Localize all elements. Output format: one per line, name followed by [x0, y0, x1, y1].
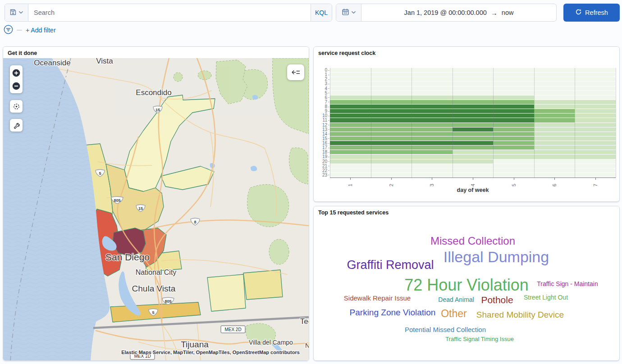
heatmap-cell[interactable]: [330, 141, 371, 145]
heatmap-cell[interactable]: [330, 118, 371, 122]
tag-word[interactable]: Missed Collection: [430, 236, 515, 246]
heatmap-cell[interactable]: [412, 127, 453, 132]
heatmap-cell[interactable]: [453, 73, 494, 77]
heatmap-cell[interactable]: [371, 141, 412, 145]
heatmap-cell[interactable]: [493, 86, 534, 91]
heatmap-cell[interactable]: [412, 132, 453, 136]
heatmap-cell[interactable]: [493, 127, 534, 132]
collapse-legend-button[interactable]: [287, 64, 304, 80]
heatmap-cell[interactable]: [453, 114, 494, 118]
time-start[interactable]: Jan 1, 2019 @ 00:00:00.000: [404, 9, 487, 16]
heatmap-cell[interactable]: [371, 77, 412, 81]
tag-word[interactable]: Sidewalk Repair Issue: [344, 295, 411, 301]
heatmap-cell[interactable]: [534, 136, 575, 141]
tag-word[interactable]: Shared Mobility Device: [476, 310, 564, 319]
tag-word[interactable]: Pothole: [481, 295, 513, 305]
heatmap-cell[interactable]: [493, 96, 534, 100]
heatmap-cell[interactable]: [371, 164, 412, 168]
heatmap-cell[interactable]: [371, 100, 412, 104]
heatmap-cell[interactable]: [575, 105, 616, 109]
kql-button[interactable]: KQL: [311, 4, 332, 21]
map[interactable]: 15 5 805 15 8 805 5 MEX 2D MEX 1D Oceans…: [3, 58, 309, 361]
map-canvas[interactable]: 15 5 805 15 8 805 5 MEX 2D MEX 1D Oceans…: [3, 58, 309, 361]
heatmap-cell[interactable]: [371, 155, 412, 159]
heatmap-cell[interactable]: [453, 105, 494, 109]
heatmap-cell[interactable]: [493, 73, 534, 77]
heatmap-cell[interactable]: [534, 168, 575, 173]
heatmap-cell[interactable]: [493, 132, 534, 136]
heatmap-cell[interactable]: [371, 68, 412, 72]
heatmap-cell[interactable]: [534, 159, 575, 164]
heatmap-cell[interactable]: [371, 96, 412, 100]
heatmap-cell[interactable]: [575, 168, 616, 173]
heatmap-cell[interactable]: [575, 109, 616, 113]
heatmap-cell[interactable]: [575, 68, 616, 72]
heatmap-cell[interactable]: [330, 91, 371, 95]
heatmap-cell[interactable]: [330, 86, 371, 91]
heatmap-cell[interactable]: [493, 159, 534, 164]
heatmap-cell[interactable]: [575, 100, 616, 104]
time-range[interactable]: Jan 1, 2019 @ 00:00:00.000 → now: [361, 4, 556, 21]
heatmap-cell[interactable]: [534, 155, 575, 159]
heatmap-cell[interactable]: [371, 173, 412, 177]
heatmap-cell[interactable]: [575, 146, 616, 150]
heatmap-cell[interactable]: [330, 73, 371, 77]
heatmap-cell[interactable]: [330, 100, 371, 104]
heatmap-cell[interactable]: [412, 73, 453, 77]
tag-word[interactable]: Illegal Dumping: [444, 249, 549, 264]
heatmap-cell[interactable]: [330, 173, 371, 177]
heatmap-cell[interactable]: [330, 132, 371, 136]
heatmap-cell[interactable]: [330, 105, 371, 109]
heatmap-cell[interactable]: [453, 77, 494, 81]
heatmap-cell[interactable]: [493, 118, 534, 122]
heatmap-cell[interactable]: [453, 146, 494, 150]
heatmap-cell[interactable]: [534, 146, 575, 150]
calendar-menu-button[interactable]: [336, 4, 361, 21]
heatmap-cell[interactable]: [493, 109, 534, 113]
heatmap-cell[interactable]: [534, 127, 575, 132]
tag-word[interactable]: Traffic Signal Timing Issue: [445, 336, 514, 342]
tag-word[interactable]: 72 Hour Violation: [404, 277, 529, 293]
heatmap-cell[interactable]: [453, 86, 494, 91]
heatmap-cell[interactable]: [493, 136, 534, 141]
heatmap-cell[interactable]: [453, 150, 494, 154]
heatmap-cell[interactable]: [534, 173, 575, 177]
heatmap-cell[interactable]: [371, 91, 412, 95]
heatmap-cell[interactable]: [493, 173, 534, 177]
heatmap-cell[interactable]: [371, 132, 412, 136]
heatmap-cell[interactable]: [575, 132, 616, 136]
heatmap-cell[interactable]: [493, 91, 534, 95]
heatmap-cell[interactable]: [330, 114, 371, 118]
heatmap-cell[interactable]: [412, 168, 453, 173]
heatmap-cell[interactable]: [493, 82, 534, 86]
heatmap-cell[interactable]: [371, 123, 412, 127]
heatmap-cell[interactable]: [575, 91, 616, 95]
heatmap-cell[interactable]: [453, 82, 494, 86]
heatmap-cell[interactable]: [575, 173, 616, 177]
heatmap-cell[interactable]: [575, 164, 616, 168]
heatmap-cell[interactable]: [575, 150, 616, 154]
heatmap-cell[interactable]: [412, 118, 453, 122]
heatmap-cell[interactable]: [493, 68, 534, 72]
heatmap-cell[interactable]: [453, 155, 494, 159]
tag-word[interactable]: Parking Zone Violation: [350, 308, 436, 317]
refresh-button[interactable]: Refresh: [563, 4, 620, 22]
heatmap-cell[interactable]: [412, 91, 453, 95]
heatmap-cell[interactable]: [453, 123, 494, 127]
heatmap-cell[interactable]: [534, 77, 575, 81]
heatmap-cell[interactable]: [371, 82, 412, 86]
heatmap-cell[interactable]: [453, 168, 494, 173]
heatmap-cell[interactable]: [330, 123, 371, 127]
heatmap-cell[interactable]: [534, 100, 575, 104]
locate-button[interactable]: [10, 100, 23, 113]
heatmap-cell[interactable]: [371, 159, 412, 164]
heatmap-cell[interactable]: [493, 123, 534, 127]
heatmap-cell[interactable]: [493, 100, 534, 104]
heatmap-cell[interactable]: [575, 73, 616, 77]
heatmap-cell[interactable]: [453, 127, 494, 132]
heatmap-cell[interactable]: [493, 141, 534, 145]
heatmap-cell[interactable]: [493, 155, 534, 159]
heatmap-cell[interactable]: [330, 159, 371, 164]
heatmap-cell[interactable]: [534, 105, 575, 109]
heatmap-cell[interactable]: [330, 96, 371, 100]
